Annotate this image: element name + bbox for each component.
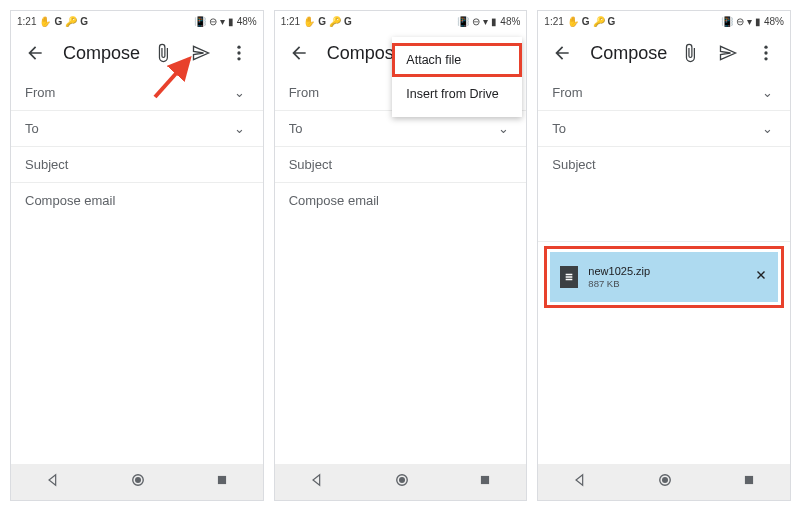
app-bar: Compose — [538, 31, 790, 75]
remove-attachment-button[interactable] — [754, 268, 768, 286]
subject-field[interactable]: Subject — [538, 147, 790, 182]
vibrate-icon: 📳 — [457, 16, 469, 27]
from-field[interactable]: From ⌄ — [538, 75, 790, 111]
overflow-button[interactable] — [748, 35, 784, 71]
attachment-meta: new1025.zip 887 KB — [588, 265, 744, 290]
g-icon: G — [54, 16, 62, 27]
svg-point-5 — [135, 477, 141, 483]
compose-body[interactable]: Compose email — [275, 183, 527, 464]
battery-icon: ▮ — [491, 16, 497, 27]
status-time: 1:21 — [17, 16, 36, 27]
nav-home-button[interactable] — [393, 471, 411, 493]
attachment-chip[interactable]: new1025.zip 887 KB — [550, 252, 778, 302]
subject-field[interactable]: Subject — [275, 147, 527, 183]
g-icon: G — [582, 16, 590, 27]
key-icon: 🔑 — [329, 16, 341, 27]
subject-field[interactable]: Subject — [11, 147, 263, 183]
attachment-size: 887 KB — [588, 278, 744, 289]
android-nav-bar — [11, 464, 263, 500]
more-vert-icon — [756, 43, 776, 63]
android-nav-bar — [275, 464, 527, 500]
circle-home-icon — [129, 471, 147, 489]
more-vert-icon — [229, 43, 249, 63]
svg-rect-15 — [745, 476, 753, 484]
dnd-icon: ⊖ — [209, 16, 217, 27]
g-icon: G — [608, 16, 616, 27]
g-icon: G — [318, 16, 326, 27]
to-label: To — [289, 121, 303, 136]
nav-recents-button[interactable] — [215, 473, 229, 491]
menu-attach-file[interactable]: Attach file — [392, 43, 522, 77]
chevron-down-icon: ⌄ — [758, 85, 776, 100]
arrow-left-icon — [552, 43, 572, 63]
svg-point-8 — [399, 477, 405, 483]
svg-point-11 — [764, 51, 767, 54]
arrow-left-icon — [289, 43, 309, 63]
body-placeholder: Compose email — [25, 193, 115, 208]
to-label: To — [25, 121, 39, 136]
send-icon — [718, 43, 738, 63]
g-icon: G — [80, 16, 88, 27]
chevron-down-icon: ⌄ — [231, 121, 249, 136]
screenshot-1: 1:21 ✋ G 🔑 G 📳 ⊖ ▾ ▮ 48% Compose — [10, 10, 264, 501]
battery-pct: 48% — [764, 16, 784, 27]
svg-point-1 — [237, 51, 240, 54]
svg-point-10 — [764, 46, 767, 49]
status-bar: 1:21 ✋ G 🔑 G 📳 ⊖ ▾ ▮ 48% — [538, 11, 790, 31]
nav-back-button[interactable] — [309, 472, 325, 492]
battery-icon: ▮ — [228, 16, 234, 27]
vibrate-icon: 📳 — [194, 16, 206, 27]
triangle-back-icon — [45, 472, 61, 488]
hand-icon: ✋ — [567, 16, 579, 27]
from-label: From — [552, 85, 582, 100]
close-icon — [754, 268, 768, 282]
back-button[interactable] — [544, 35, 580, 71]
svg-point-12 — [764, 57, 767, 60]
body-placeholder: Compose email — [289, 193, 379, 208]
hand-icon: ✋ — [303, 16, 315, 27]
svg-point-14 — [662, 477, 668, 483]
send-button[interactable] — [710, 35, 746, 71]
square-recents-icon — [215, 473, 229, 487]
chevron-down-icon: ⌄ — [758, 121, 776, 136]
nav-back-button[interactable] — [572, 472, 588, 492]
to-field[interactable]: To ⌄ — [538, 111, 790, 147]
wifi-icon: ▾ — [220, 16, 225, 27]
attach-menu: Attach file Insert from Drive — [392, 37, 522, 117]
app-bar: Compose — [11, 31, 263, 75]
attach-button[interactable] — [672, 35, 708, 71]
overflow-button[interactable] — [221, 35, 257, 71]
wifi-icon: ▾ — [483, 16, 488, 27]
nav-recents-button[interactable] — [478, 473, 492, 491]
nav-home-button[interactable] — [656, 471, 674, 493]
send-icon — [191, 43, 211, 63]
hand-icon: ✋ — [39, 16, 51, 27]
chevron-down-icon: ⌄ — [231, 85, 249, 100]
back-button[interactable] — [17, 35, 53, 71]
attach-button[interactable] — [145, 35, 181, 71]
menu-insert-drive[interactable]: Insert from Drive — [392, 77, 522, 111]
nav-home-button[interactable] — [129, 471, 147, 493]
back-button[interactable] — [281, 35, 317, 71]
from-field[interactable]: From ⌄ — [11, 75, 263, 111]
nav-back-button[interactable] — [45, 472, 61, 492]
status-time: 1:21 — [544, 16, 563, 27]
compose-body[interactable]: new1025.zip 887 KB — [538, 182, 790, 464]
dnd-icon: ⊖ — [736, 16, 744, 27]
status-bar: 1:21 ✋ G 🔑 G 📳 ⊖ ▾ ▮ 48% — [275, 11, 527, 31]
nav-recents-button[interactable] — [742, 473, 756, 491]
from-label: From — [25, 85, 55, 100]
triangle-back-icon — [572, 472, 588, 488]
status-bar: 1:21 ✋ G 🔑 G 📳 ⊖ ▾ ▮ 48% — [11, 11, 263, 31]
compose-body[interactable]: Compose email — [11, 183, 263, 464]
key-icon: 🔑 — [65, 16, 77, 27]
page-title: Compose — [63, 43, 143, 64]
svg-rect-6 — [218, 476, 226, 484]
send-button[interactable] — [183, 35, 219, 71]
page-title: Compose — [590, 43, 670, 64]
from-label: From — [289, 85, 319, 100]
circle-home-icon — [393, 471, 411, 489]
svg-rect-9 — [481, 476, 489, 484]
arrow-left-icon — [25, 43, 45, 63]
to-field[interactable]: To ⌄ — [11, 111, 263, 147]
